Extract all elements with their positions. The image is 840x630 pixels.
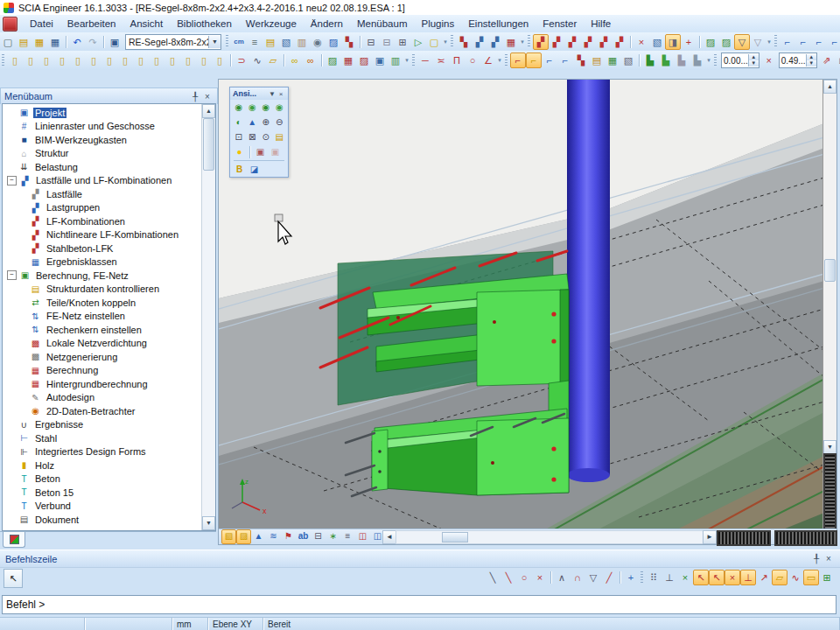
mini-chart-icon[interactable]: ▞ xyxy=(487,34,503,50)
divide-y-icon[interactable]: ▯ xyxy=(149,52,164,68)
print-pic-icon[interactable]: ⊟ xyxy=(311,529,326,544)
measure-tape-icon[interactable]: ▭ xyxy=(803,570,819,585)
pin-icon[interactable]: ╀ xyxy=(810,554,822,564)
print-preview-icon[interactable]: ⊟ xyxy=(379,34,395,50)
snap-segment-icon[interactable]: ╱ xyxy=(601,570,617,585)
corner-a-icon[interactable]: ⌐ xyxy=(780,34,795,50)
cut-y-icon[interactable]: ▯ xyxy=(164,52,180,68)
toolbar-overflow-icon[interactable]: ▾ xyxy=(403,57,410,64)
view-params-icon[interactable]: ◪ xyxy=(247,162,262,177)
workstation-other-icon[interactable]: ▞ xyxy=(612,34,627,50)
toolbar-grip[interactable] xyxy=(2,54,4,67)
mini-calc-icon[interactable]: ⊞ xyxy=(819,570,835,585)
tree-item-belastung[interactable]: ⇊Belastung xyxy=(3,160,202,174)
viewport-hscrollbar[interactable] xyxy=(396,530,704,544)
snap-curve-icon[interactable]: ∿ xyxy=(788,570,803,585)
zoom-bar-vertical[interactable] xyxy=(823,453,836,531)
viewport-vscroll-thumb[interactable] xyxy=(824,259,836,282)
connect-plug-icon[interactable]: ⊃ xyxy=(234,52,249,68)
tree-item-teile-knoten-koppeln[interactable]: ⇄Teile/Knoten koppeln xyxy=(3,296,202,310)
rotate-obj-icon[interactable]: ▦ xyxy=(340,52,356,68)
copy-b-icon[interactable]: ◨ xyxy=(665,34,681,50)
tree-expander-icon[interactable]: − xyxy=(7,270,17,280)
link-a-icon[interactable]: ∞ xyxy=(287,52,303,68)
new-project-icon[interactable]: ▢ xyxy=(0,34,16,50)
menu-item-einstellungen[interactable]: Einstellungen xyxy=(461,17,536,31)
app-icon[interactable] xyxy=(3,17,18,32)
tree-item-rechenkern-einstellen[interactable]: ⇅Rechenkern einstellen xyxy=(3,323,202,337)
scroll-right-icon[interactable]: ► xyxy=(703,530,717,544)
zoom-cut-icon[interactable]: ⊙ xyxy=(259,130,273,144)
save-as-icon[interactable]: ▦ xyxy=(32,34,47,50)
tree-item-strukturdaten-kontrollieren[interactable]: ▤Strukturdaten kontrollieren xyxy=(3,283,202,297)
document-icon[interactable]: ▢ xyxy=(426,34,442,50)
copy-offset-y-icon[interactable]: ▯ xyxy=(38,52,54,68)
beam-levels-icon[interactable]: ▦ xyxy=(503,34,519,50)
corner-lock-icon[interactable]: ⌐ xyxy=(526,52,542,68)
snap-line-icon[interactable]: ╲ xyxy=(485,570,500,585)
tree-item-lastf-lle[interactable]: ▞Lastfälle xyxy=(3,187,202,201)
move-b-icon[interactable]: ▧ xyxy=(649,34,665,50)
explode-y-icon[interactable]: ▯ xyxy=(196,52,212,68)
print-icon[interactable]: ⊟ xyxy=(363,34,379,50)
region-c-icon[interactable]: ▧ xyxy=(620,52,636,68)
workstation-geo-icon[interactable]: ▞ xyxy=(596,34,612,50)
move-obj-icon[interactable]: ▨ xyxy=(325,52,340,68)
filter-active-icon[interactable]: ▽ xyxy=(734,34,750,50)
toolbar-grip[interactable] xyxy=(528,35,530,48)
chevron-down-icon[interactable]: ▼ xyxy=(268,90,276,98)
zoom-bar-1[interactable] xyxy=(717,530,771,546)
mirror-obj-icon[interactable]: ▨ xyxy=(356,52,372,68)
corner-d2-icon[interactable]: ⌐ xyxy=(557,52,573,68)
corner-snap-icon[interactable]: ⌐ xyxy=(510,52,526,68)
snap-endpoint-icon[interactable]: ↖ xyxy=(693,570,709,585)
window-mdi-icon[interactable]: ▣ xyxy=(107,34,122,50)
scroll-up-icon[interactable]: ▲ xyxy=(823,80,836,94)
dimension-y-icon[interactable]: ▯ xyxy=(70,52,86,68)
close-icon[interactable]: × xyxy=(822,554,835,564)
snap-ortho-icon[interactable]: ⊥ xyxy=(740,570,756,585)
tree-item-linienraster-und-geschosse[interactable]: #Linienraster und Geschosse xyxy=(3,120,202,134)
view-z-icon[interactable]: ◉ xyxy=(259,100,273,115)
erase-icon[interactable]: × xyxy=(634,34,649,50)
text-abc-icon[interactable]: ab xyxy=(296,529,311,544)
zoom-doc-icon[interactable]: ▞ xyxy=(472,34,487,50)
link-parts-icon[interactable]: ▚ xyxy=(456,34,472,50)
toolbar-overflow-icon[interactable]: ▾ xyxy=(766,38,773,46)
tree-expander-icon[interactable]: − xyxy=(7,176,17,186)
link-b-icon[interactable]: ∞ xyxy=(303,52,318,68)
scroll-down-icon[interactable]: ▼ xyxy=(202,516,215,530)
toolbar-grip[interactable] xyxy=(714,54,717,67)
project-combo[interactable]: RE-Segel-8x8m-2x2 ▼ xyxy=(125,34,221,50)
doc-pages-icon[interactable]: ≡ xyxy=(340,529,355,544)
measure-person-icon[interactable]: ∟ xyxy=(835,52,840,68)
print-view-icon[interactable]: ▤ xyxy=(273,130,287,144)
pointer-mode-button[interactable]: ↖ xyxy=(4,569,23,588)
ruler-h-icon[interactable]: ▚ xyxy=(573,52,589,68)
corner-b-icon[interactable]: ⌐ xyxy=(795,34,811,50)
align-y-icon[interactable]: ▯ xyxy=(133,52,149,68)
copy-parallel-y-icon[interactable]: ▯ xyxy=(7,52,23,68)
units-cm-icon[interactable]: cm xyxy=(231,34,247,50)
snap-step-spinner[interactable]: 0.49... ▲▼ xyxy=(779,52,817,68)
snap-tangent-icon[interactable]: ↗ xyxy=(756,570,772,585)
snap-off-green-icon[interactable]: × xyxy=(677,570,693,585)
viewport-hscroll-thumb[interactable] xyxy=(442,532,468,542)
corner-c2-icon[interactable]: ⌐ xyxy=(542,52,557,68)
beam-green-b-icon[interactable]: ▙ xyxy=(658,52,674,68)
tree-item-ergebnisse[interactable]: ∪Ergebnisse xyxy=(3,418,202,432)
menu-item-ansicht[interactable]: Ansicht xyxy=(122,17,170,31)
layers-icon[interactable]: ≡ xyxy=(247,34,262,50)
draw-dim-red-icon[interactable]: ≍ xyxy=(433,52,449,68)
scroll-up-icon[interactable]: ▲ xyxy=(202,104,215,118)
beam-gray-a-icon[interactable]: ▙ xyxy=(674,52,690,68)
line-grid-icon[interactable]: ⊥ xyxy=(662,570,677,585)
viewport-vscrollbar[interactable]: ▲ ▼ xyxy=(822,80,836,531)
workstation-structure-icon[interactable]: ▞ xyxy=(533,34,549,50)
snap-remove-icon[interactable]: × xyxy=(532,570,548,585)
zoom-out-icon[interactable]: ⊖ xyxy=(273,115,287,130)
menu-item-bearbeiten[interactable]: Bearbeiten xyxy=(60,17,123,31)
walk-view-icon[interactable]: ▲ xyxy=(246,115,260,130)
rotate-view-icon[interactable]: ◐ xyxy=(232,115,246,130)
tree-item-bim-werkzeugkasten[interactable]: ■BIM-Werkzeugkasten xyxy=(3,133,202,147)
